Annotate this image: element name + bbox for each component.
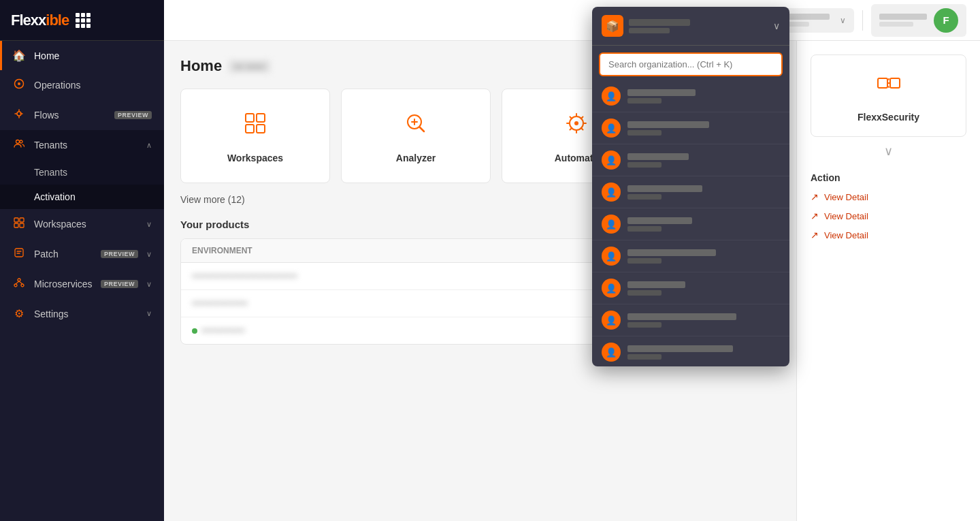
org-icon-box: 📦 (602, 15, 623, 37)
action-link-3[interactable]: ↗ View Detail (811, 230, 966, 240)
page-title-badge: ••• •••••• (229, 60, 270, 73)
org-search-container (599, 52, 783, 76)
sidebar: Flexxible 🏠 Home Operations Flows PREVIE… (0, 0, 164, 521)
workspaces-chevron: ∨ (146, 220, 152, 229)
org-item-avatar: 👤 (602, 311, 621, 330)
tenants-icon (12, 138, 26, 152)
org-list: 👤 👤 👤 👤 (592, 80, 789, 366)
action-link-1[interactable]: ↗ View Detail (811, 191, 966, 202)
flexxsecurity-card[interactable]: FlexxSecurity (811, 54, 966, 137)
svg-point-1 (18, 82, 20, 85)
operations-icon (12, 78, 26, 92)
org-item-avatar: 👤 (602, 151, 621, 170)
sidebar-item-tenants[interactable]: Tenants ∧ (0, 130, 164, 160)
sidebar-item-operations[interactable]: Operations (0, 70, 164, 100)
grid-icon[interactable] (76, 13, 91, 28)
sidebar-item-patch[interactable]: Patch PREVIEW ∨ (0, 239, 164, 269)
svg-rect-6 (14, 223, 18, 227)
svg-rect-7 (20, 223, 24, 227)
org-dropdown: 📦 ∨ 👤 👤 (592, 7, 789, 366)
microservices-preview-badge: PREVIEW (101, 280, 138, 288)
top-header: 📦 ∨ F (164, 0, 980, 41)
patch-preview-badge: PREVIEW (101, 250, 138, 258)
list-item[interactable]: 👤 (592, 240, 789, 272)
action-section: Action ↗ View Detail ↗ View Detail ↗ Vie… (811, 172, 966, 240)
flows-icon (12, 108, 26, 122)
analyzer-card-icon (401, 108, 431, 144)
svg-rect-18 (246, 125, 254, 133)
user-org-button[interactable]: F (871, 4, 966, 37)
logo-text: Flexxible (11, 12, 69, 29)
svg-point-12 (14, 284, 17, 287)
svg-rect-17 (257, 114, 265, 122)
settings-chevron: ∨ (146, 309, 152, 318)
svg-rect-16 (246, 114, 254, 122)
external-link-icon-3: ↗ (811, 230, 819, 240)
svg-point-11 (18, 279, 20, 281)
external-link-icon-1: ↗ (811, 191, 819, 202)
sidebar-subitem-activation[interactable]: Activation (0, 185, 164, 209)
sidebar-logo: Flexxible (0, 0, 164, 41)
expand-chevron[interactable]: ∨ (811, 144, 966, 159)
org-item-avatar: 👤 (602, 279, 621, 298)
sidebar-item-home[interactable]: 🏠 Home (0, 41, 164, 70)
svg-point-2 (16, 140, 20, 144)
list-item[interactable]: 👤 (592, 176, 789, 208)
list-item[interactable]: 👤 (592, 208, 789, 240)
settings-icon: ⚙ (12, 307, 26, 320)
org-item-avatar: 👤 (602, 247, 621, 266)
list-item[interactable]: 👤 (592, 336, 789, 366)
flexxsecurity-icon (874, 69, 904, 105)
chevron-down-icon: ∨ (884, 144, 893, 158)
svg-rect-8 (15, 249, 23, 257)
tenants-chevron: ∧ (146, 141, 152, 150)
org-chevron-icon: ∨ (840, 16, 846, 25)
patch-icon (12, 247, 26, 261)
svg-rect-4 (14, 218, 18, 222)
list-item[interactable]: 👤 (592, 304, 789, 336)
external-link-icon-2: ↗ (811, 210, 819, 221)
home-icon: 🏠 (12, 49, 26, 62)
org-search-input[interactable] (600, 54, 781, 75)
svg-rect-24 (890, 78, 900, 88)
workspaces-card[interactable]: Workspaces (180, 89, 330, 183)
org-item-avatar: 👤 (602, 183, 621, 202)
list-item[interactable]: 👤 (592, 80, 789, 112)
list-item[interactable]: 👤 (592, 112, 789, 144)
sidebar-item-microservices[interactable]: Microservices PREVIEW ∨ (0, 269, 164, 299)
org-dropdown-header: 📦 ∨ (592, 7, 789, 46)
sidebar-subitem-tenants[interactable]: Tenants (0, 160, 164, 185)
sidebar-item-settings[interactable]: ⚙ Settings ∨ (0, 299, 164, 328)
list-item[interactable]: 👤 (592, 144, 789, 176)
org-item-avatar: 👤 (602, 119, 621, 138)
right-panel: FlexxSecurity ∨ Action ↗ View Detail ↗ V… (796, 41, 980, 521)
org-item-avatar: 👤 (602, 86, 621, 106)
user-avatar[interactable]: F (934, 8, 958, 33)
automate-card-icon (561, 108, 591, 144)
microservices-chevron: ∨ (146, 280, 152, 289)
org-item-avatar: 👤 (602, 215, 621, 234)
list-item[interactable]: 👤 (592, 272, 789, 304)
svg-rect-19 (257, 125, 265, 133)
svg-line-14 (16, 281, 19, 284)
svg-rect-23 (878, 78, 887, 88)
flows-preview-badge: PREVIEW (114, 111, 152, 119)
svg-point-3 (20, 140, 22, 143)
sidebar-item-workspaces[interactable]: Workspaces ∨ (0, 209, 164, 239)
patch-chevron: ∨ (146, 250, 152, 259)
svg-point-22 (574, 121, 578, 125)
org-item-avatar: 👤 (602, 343, 621, 362)
svg-line-15 (19, 281, 22, 284)
status-indicator (192, 328, 197, 334)
svg-rect-5 (20, 218, 24, 222)
action-link-2[interactable]: ↗ View Detail (811, 210, 966, 221)
workspaces-icon (12, 217, 26, 231)
workspaces-card-icon (240, 108, 270, 144)
org-dropdown-chevron-icon: ∨ (773, 20, 780, 31)
analyzer-card[interactable]: Analyzer (341, 89, 491, 183)
microservices-icon (12, 277, 26, 291)
divider (862, 10, 863, 31)
sidebar-item-flows[interactable]: Flows PREVIEW (0, 100, 164, 130)
svg-point-13 (21, 284, 24, 287)
